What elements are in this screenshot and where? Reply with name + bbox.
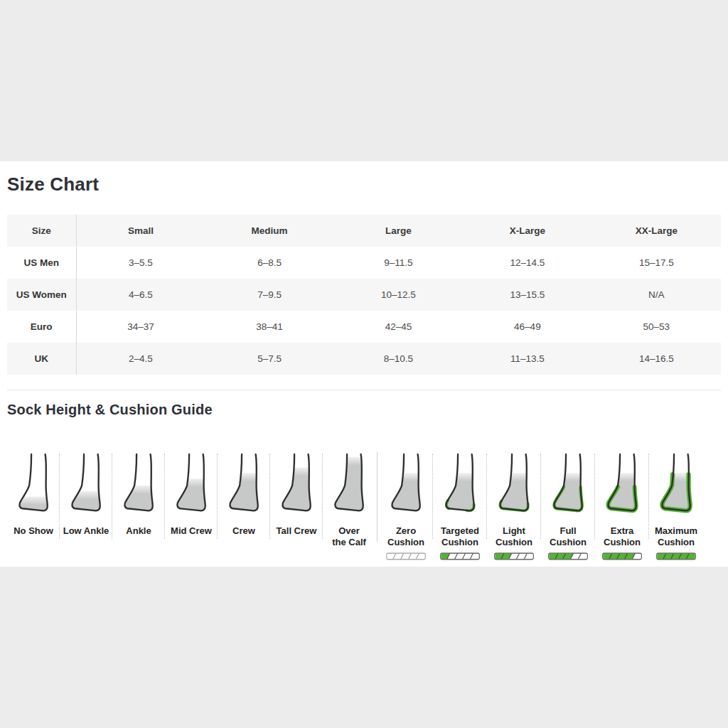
- size-value-cell: 11–13.5: [463, 343, 592, 375]
- size-chart-table-head: SizeSmallMediumLargeX-LargeXX-Large: [7, 215, 721, 247]
- size-value-cell: 3–5.5: [76, 247, 205, 279]
- zero-cushion-level-bar-icon: [386, 552, 426, 560]
- extra-cushion-level-bar-icon: [602, 552, 642, 560]
- column-header-xx-large: XX-Large: [592, 215, 721, 247]
- sock-item-label: Over the Calf: [332, 525, 366, 547]
- section-divider: [7, 390, 721, 390]
- height-cushion-group-divider: [377, 452, 378, 542]
- sock-item-label: Tall Crew: [277, 525, 317, 537]
- top-background-band: [0, 0, 728, 161]
- cushion-level-item: Light Cushion: [487, 452, 541, 560]
- sock-tall-crew-icon: [277, 452, 316, 519]
- size-value-cell: 38–41: [205, 311, 333, 343]
- sock-light-cushion-icon: [495, 452, 533, 519]
- cushion-level-item: Full Cushion: [541, 452, 595, 560]
- sock-item-label: Extra Cushion: [604, 525, 641, 547]
- sock-item-label: Targeted Cushion: [441, 525, 479, 547]
- sock-zero-cushion-icon: [387, 452, 425, 519]
- size-value-cell: 9–11.5: [334, 247, 463, 279]
- sock-item-label: No Show: [14, 525, 53, 537]
- size-value-cell: 10–12.5: [334, 279, 463, 311]
- size-value-cell: 5–7.5: [205, 343, 333, 375]
- size-value-cell: 42–45: [334, 311, 463, 343]
- sock-maximum-cushion-icon: [657, 452, 695, 519]
- sock-height-item: Over the Calf: [323, 452, 375, 547]
- table-row: Euro34–3738–4142–4546–4950–53: [7, 311, 721, 343]
- sock-full-cushion-icon: [549, 452, 587, 519]
- column-header-large: Large: [334, 215, 463, 247]
- guide-title: Sock Height & Cushion Guide: [7, 402, 721, 418]
- size-chart-table: SizeSmallMediumLargeX-LargeXX-Large US M…: [7, 215, 721, 375]
- sock-height-item: Low Ankle: [60, 452, 112, 537]
- content-area: Size Chart SizeSmallMediumLargeX-LargeXX…: [0, 161, 728, 567]
- row-label: US Men: [7, 247, 76, 279]
- size-value-cell: 46–49: [463, 311, 592, 343]
- sock-height-item: Tall Crew: [270, 452, 323, 537]
- sock-item-label: Full Cushion: [550, 525, 587, 547]
- size-value-cell: 14–16.5: [592, 343, 721, 375]
- sock-item-label: Low Ankle: [63, 525, 109, 537]
- size-value-cell: 12–14.5: [463, 247, 592, 279]
- row-label: UK: [7, 343, 76, 375]
- sock-item-label: Zero Cushion: [387, 525, 424, 547]
- size-value-cell: 4–6.5: [76, 279, 205, 311]
- size-chart-title: Size Chart: [7, 161, 721, 196]
- size-value-cell: N/A: [592, 279, 721, 311]
- size-value-cell: 13–15.5: [463, 279, 592, 311]
- column-header-x-large: X-Large: [463, 215, 592, 247]
- table-row: US Men3–5.56–8.59–11.512–14.515–17.5: [7, 247, 721, 279]
- sock-guide-row: No ShowLow AnkleAnkleMid CrewCrewTall Cr…: [7, 452, 721, 560]
- sock-item-label: Mid Crew: [171, 525, 212, 537]
- cushion-level-item: Zero Cushion: [379, 452, 433, 560]
- sock-item-label: Crew: [232, 525, 255, 537]
- table-row: US Women4–6.57–9.510–12.513–15.5N/A: [7, 279, 721, 311]
- sock-no-show-icon: [14, 452, 53, 519]
- size-value-cell: 50–53: [592, 311, 721, 343]
- size-value-cell: 6–8.5: [205, 247, 333, 279]
- sock-low-ankle-icon: [67, 452, 105, 519]
- size-value-cell: 15–17.5: [592, 247, 721, 279]
- column-header-size: Size: [7, 215, 76, 247]
- size-value-cell: 2–4.5: [76, 343, 205, 375]
- sock-item-label: Ankle: [126, 525, 151, 537]
- table-row: UK2–4.55–7.58–10.511–13.514–16.5: [7, 343, 721, 375]
- column-header-medium: Medium: [205, 215, 333, 247]
- column-header-small: Small: [76, 215, 205, 247]
- sock-targeted-cushion-icon: [441, 452, 479, 519]
- size-chart-page: Size Chart SizeSmallMediumLargeX-LargeXX…: [0, 0, 728, 728]
- full-cushion-level-bar-icon: [548, 552, 588, 560]
- sock-ankle-icon: [119, 452, 158, 519]
- size-chart-header-row: SizeSmallMediumLargeX-LargeXX-Large: [7, 215, 721, 247]
- maximum-cushion-level-bar-icon: [656, 552, 696, 560]
- sock-height-item: Mid Crew: [165, 452, 218, 537]
- sock-over-the-calf-icon: [330, 452, 368, 519]
- size-chart-table-body: US Men3–5.56–8.59–11.512–14.515–17.5US W…: [7, 247, 721, 375]
- sock-item-label: Maximum Cushion: [655, 525, 697, 547]
- sock-height-item: No Show: [7, 452, 60, 537]
- cushion-level-item: Maximum Cushion: [649, 452, 703, 560]
- row-label: US Women: [7, 279, 76, 311]
- size-value-cell: 34–37: [76, 311, 205, 343]
- size-value-cell: 7–9.5: [205, 279, 333, 311]
- cushion-level-item: Targeted Cushion: [433, 452, 487, 560]
- bottom-background-band: [0, 567, 728, 728]
- light-cushion-level-bar-icon: [494, 552, 534, 560]
- sock-item-label: Light Cushion: [496, 525, 532, 547]
- row-label: Euro: [7, 311, 76, 343]
- cushion-level-item: Extra Cushion: [595, 452, 649, 560]
- sock-height-item: Crew: [218, 452, 270, 537]
- sock-extra-cushion-icon: [603, 452, 641, 519]
- targeted-cushion-level-bar-icon: [440, 552, 480, 560]
- size-value-cell: 8–10.5: [334, 343, 463, 375]
- sock-crew-icon: [225, 452, 263, 519]
- sock-mid-crew-icon: [172, 452, 210, 519]
- sock-height-item: Ankle: [112, 452, 165, 537]
